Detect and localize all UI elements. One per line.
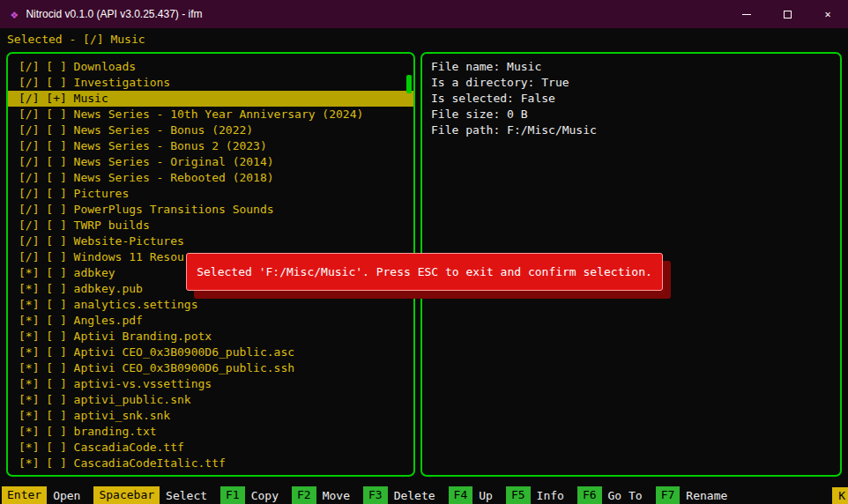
key-badge: F7	[656, 486, 681, 504]
info-line: File size: 0 B	[422, 107, 840, 122]
list-item[interactable]: [*] [ ] aptivi_snk.snk	[8, 408, 413, 424]
key-badge: F4	[449, 486, 473, 504]
maximize-icon	[784, 11, 792, 19]
key-badge: F5	[506, 486, 531, 504]
list-item[interactable]: [/] [ ] PowerPlugs Transitions Sounds	[8, 202, 413, 218]
info-line: File name: Music	[422, 59, 840, 75]
keybinding-keybindings-truncated[interactable]: K	[832, 487, 848, 504]
list-item[interactable]: [/] [ ] Website-Pictures	[8, 233, 413, 249]
key-action: Select	[166, 489, 207, 502]
maximize-button[interactable]	[767, 0, 807, 28]
minimize-icon	[742, 14, 751, 15]
keybinding-select[interactable]: Spacebar Select	[93, 486, 207, 504]
info-line: Is a directory: True	[422, 75, 840, 91]
key-action: Info	[537, 489, 564, 502]
list-item[interactable]: [/] [ ] News Series - Rebooted (2018)	[8, 170, 413, 186]
key-action: Delete	[394, 489, 435, 502]
keybinding-copy[interactable]: F1 Copy	[220, 486, 279, 504]
list-item[interactable]: [/] [ ] News Series - Bonus (2022)	[8, 122, 413, 138]
list-item[interactable]: [*] [ ] CascadiaCodeItalic.ttf	[8, 456, 413, 471]
info-line: File path: F:/Misc/Music	[422, 122, 840, 138]
list-item[interactable]: [*] [ ] Aptivi CEO_0x3B0900D6_public.asc	[8, 345, 413, 360]
window-controls: ✕	[726, 0, 848, 28]
list-item[interactable]: [*] [ ] aptivi-vs.vssettings	[8, 376, 413, 392]
keybinding-goto[interactable]: F6 Go To	[577, 486, 643, 504]
info-line: Is selected: False	[422, 91, 840, 107]
minimize-button[interactable]	[726, 0, 767, 28]
list-item[interactable]: [*] [ ] CascadiaCode.ttf	[8, 440, 413, 456]
list-item[interactable]: [/] [ ] Investigations	[8, 75, 413, 91]
keybinding-up[interactable]: F4 Up	[449, 486, 493, 504]
list-item[interactable]: [*] [ ] analytics.settings	[8, 297, 413, 313]
list-item[interactable]: [*] [ ] Aptivi Branding.potx	[8, 329, 413, 345]
key-badge: F6	[577, 486, 602, 504]
keybinding-delete[interactable]: F3 Delete	[363, 486, 435, 504]
list-item[interactable]: [/] [ ] Downloads	[8, 59, 413, 75]
key-action: Move	[323, 489, 350, 502]
key-action: Up	[479, 489, 493, 502]
keybinding-open[interactable]: Enter Open	[2, 486, 80, 504]
key-action: Go To	[608, 489, 643, 502]
key-action: Rename	[686, 489, 727, 502]
key-badge: F3	[363, 486, 388, 504]
list-item[interactable]: [*] [ ] Angles.pdf	[8, 313, 413, 329]
list-item-highlighted[interactable]: [/] [+] Music	[8, 91, 413, 107]
selection-status: Selected - [/] Music	[0, 28, 848, 52]
file-info: File name: Music Is a directory: True Is…	[422, 54, 840, 138]
list-item[interactable]: [*] [ ] Aptivi CEO_0x3B0900D6_public.ssh	[8, 360, 413, 376]
list-item[interactable]: [/] [ ] News Series - Original (2014)	[8, 154, 413, 170]
key-badge: Enter	[2, 486, 47, 504]
keybindings-bar: Enter Open Spacebar Select F1 Copy F2 Mo…	[0, 486, 848, 504]
app-icon: ❖	[11, 8, 18, 20]
keybinding-info[interactable]: F5 Info	[506, 486, 564, 504]
key-action: Open	[53, 489, 80, 502]
list-item[interactable]: [/] [ ] Pictures	[8, 186, 413, 202]
scrollbar-thumb[interactable]	[406, 75, 412, 93]
close-button[interactable]: ✕	[807, 0, 848, 28]
close-icon: ✕	[824, 8, 830, 20]
list-item[interactable]: [*] [ ] branding.txt	[8, 424, 413, 440]
key-action: Copy	[251, 489, 279, 502]
key-badge: Spacebar	[93, 486, 160, 504]
key-badge: F1	[220, 486, 245, 504]
key-badge: F2	[292, 486, 316, 504]
window-title: Nitrocid v0.1.0 (API v3.0.25.437) - ifm	[26, 8, 202, 20]
keybinding-move[interactable]: F2 Move	[292, 486, 350, 504]
list-item[interactable]: [*] [ ] aptivi_public.snk	[8, 392, 413, 408]
selection-dialog: Selected 'F:/Misc/Music'. Press ESC to e…	[186, 253, 663, 291]
list-item[interactable]: [/] [ ] News Series - 10th Year Annivers…	[8, 107, 413, 122]
dialog-message: Selected 'F:/Misc/Music'. Press ESC to e…	[197, 265, 652, 278]
titlebar: ❖ Nitrocid v0.1.0 (API v3.0.25.437) - if…	[0, 0, 848, 28]
keybinding-rename[interactable]: F7 Rename	[656, 486, 728, 504]
list-item[interactable]: [/] [ ] News Series - Bonus 2 (2023)	[8, 138, 413, 154]
list-item[interactable]: [/] [ ] TWRP builds	[8, 218, 413, 233]
